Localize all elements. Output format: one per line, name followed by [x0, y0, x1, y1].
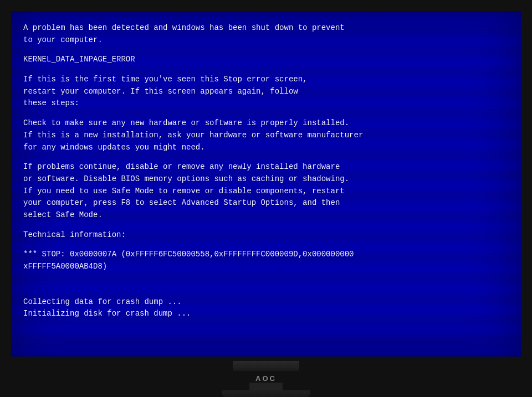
monitor-stand-base [222, 390, 310, 397]
collecting-text: Collecting data for crash dump ... [23, 296, 509, 308]
header-line2: to your computer. [23, 34, 509, 47]
stop-line1: *** STOP: 0x0000007A (0xFFFFF6FC50000558… [23, 249, 509, 261]
para3-line2: or software. Disable BIOS memory options… [23, 173, 509, 185]
error-code: KERNEL_DATA_INPAGE_ERROR [23, 54, 509, 66]
monitor-stand-neck [249, 383, 283, 390]
para3-line4: your computer, press F8 to select Advanc… [23, 197, 509, 209]
monitor-bezel: A problem has been detected and windows … [0, 0, 532, 397]
monitor-brand-label: AOC [255, 374, 277, 383]
para3-line3: If you need to use Safe Mode to remove o… [23, 185, 509, 198]
para1-line2: restart your computer. If this screen ap… [23, 86, 509, 98]
stop-line2: xFFFFF5A0000AB4D8) [23, 261, 509, 273]
tech-label: Technical information: [23, 229, 509, 241]
bsod-content: A problem has been detected and windows … [11, 11, 521, 331]
para2-line3: for any windows updates you might need. [23, 142, 509, 154]
monitor-stand-top [233, 361, 299, 371]
monitor-bottom: AOC [11, 361, 521, 397]
header-line1: A problem has been detected and windows … [23, 22, 509, 34]
para1-line3: these steps: [23, 97, 509, 110]
para3-line1: If problems continue, disable or remove … [23, 161, 509, 173]
initializing-text: Initializing disk for crash dump ... [23, 308, 509, 320]
para2-line2: If this is a new installation, ask your … [23, 130, 509, 142]
bsod-screen: A problem has been detected and windows … [11, 11, 521, 357]
para2-line1: Check to make sure any new hardware or s… [23, 117, 509, 130]
para3-line5: select Safe Mode. [23, 209, 509, 221]
para1-line1: If this is the first time you've seen th… [23, 74, 509, 86]
